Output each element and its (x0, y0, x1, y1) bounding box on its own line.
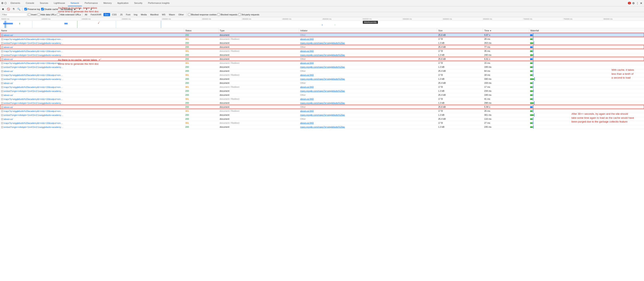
close-icon[interactable]: ✕ (640, 2, 642, 5)
cell-initiator[interactable]: maps.google.com/maps?q=wigglebutts%20ac (299, 77, 437, 81)
filter-icon-btn[interactable]: ⚗ (12, 8, 16, 11)
table-row[interactable]: □about-us/200documentOther25.4 kB159 ms (0, 81, 644, 85)
table-row[interactable]: □about-us/200documentOther25.4 kB116 ms (0, 117, 644, 121)
settings-icon[interactable]: ⚙ (632, 2, 635, 5)
error-badge[interactable]: 1 (628, 2, 631, 5)
initiator-link[interactable]: maps.google.com/maps?q=wigglebutts%20ac (300, 42, 345, 44)
hide-data-urls-label[interactable]: Hide data URLs (38, 13, 56, 16)
cell-initiator[interactable]: about-us/:843 (299, 121, 437, 125)
table-row[interactable]: □maps?q=wigglebutts%20academy&t=m&z=10&o… (0, 121, 644, 125)
table-row[interactable]: □embed?origin=mfe&pb=!1m4!2m1!1swigglebu… (0, 125, 644, 129)
cell-initiator[interactable]: maps.google.com/maps?q=wigglebutts%20ac (299, 53, 437, 57)
cell-initiator[interactable]: maps.google.com/maps?q=wigglebutts%20ac (299, 65, 437, 69)
initiator-link[interactable]: maps.google.com/maps?q=wigglebutts%20ac (300, 126, 345, 128)
invert-label[interactable]: Invert (28, 13, 37, 16)
cell-initiator[interactable]: maps.google.com/maps?q=wigglebutts%20ac (299, 41, 437, 45)
table-row[interactable]: □about-us/200documentOther25.6 kB5.94 s (0, 105, 644, 109)
clear-button[interactable]: 🚫 (6, 8, 10, 11)
invert-checkbox[interactable] (28, 13, 30, 16)
hide-ext-urls-checkbox[interactable] (57, 13, 60, 16)
cell-initiator[interactable]: about-us/:843 (299, 49, 437, 53)
initiator-link[interactable]: maps.google.com/maps?q=wigglebutts%20ac (300, 78, 345, 80)
throttling-select[interactable]: No throttling (59, 8, 76, 11)
initiator-link[interactable]: maps.google.com/maps?q=wigglebutts%20ac (300, 66, 345, 68)
table-row[interactable]: □about-us/200documentOther25.4 kB64 ms (0, 69, 644, 73)
table-row[interactable]: □about-us/200documentOther25.6 kB6.61 s (0, 57, 644, 61)
table-row[interactable]: □maps?q=wigglebutts%20academy&t=m&z=10&o… (0, 37, 644, 41)
table-row[interactable]: □about-us/200documentOther25.4 kB199 ms (0, 93, 644, 97)
filter-btn-other[interactable]: Other (177, 13, 185, 16)
import-button[interactable]: ⬆ (85, 8, 88, 11)
cell-initiator[interactable]: about-us/:843 (299, 97, 437, 101)
initiator-link[interactable]: about-us/:843 (300, 38, 314, 40)
table-row[interactable]: □about-us/200documentOther25.4 kB77 ms (0, 45, 644, 49)
initiator-link[interactable]: about-us/:843 (300, 110, 314, 112)
hide-data-urls-checkbox[interactable] (38, 13, 40, 16)
disable-cache-checkbox[interactable] (41, 8, 44, 11)
table-row[interactable]: □about-us/200documentOther25.6 kB9.87 s (0, 33, 644, 37)
tab-performance[interactable]: Performance (82, 0, 101, 6)
cell-initiator[interactable]: about-us/:844 (299, 61, 437, 65)
table-row[interactable]: □maps?q=wigglebutts%20academy&t=m&z=10&o… (0, 61, 644, 65)
blocked-requests-checkbox[interactable] (217, 13, 220, 16)
filter-btn-wasm[interactable]: Wasm (168, 13, 176, 16)
cell-initiator[interactable]: about-us/:843 (299, 73, 437, 77)
table-row[interactable]: □maps?q=wigglebutts%20academy&t=m&z=10&o… (0, 109, 644, 113)
tab-security[interactable]: Security (131, 0, 145, 6)
table-row[interactable]: □maps?q=wigglebutts%20academy&t=m&z=10&o… (0, 49, 644, 53)
initiator-link[interactable]: maps.google.com/maps?q=wigglebutts%20ac (300, 102, 345, 104)
cell-initiator[interactable]: maps.google.com/maps?q=wigglebutts%20ac (299, 89, 437, 93)
table-row[interactable]: □embed?origin=mfe&pb=!1m4!2m1!1swigglebu… (0, 113, 644, 117)
tab-performance-insights[interactable]: Performance insights (145, 0, 172, 6)
filter-btn-all[interactable]: All (84, 13, 89, 16)
table-row[interactable]: □embed?origin=mfe&pb=!1m4!2m1!1swigglebu… (0, 53, 644, 57)
search-button[interactable]: 🔍 (16, 8, 21, 11)
tab-console[interactable]: Console (23, 0, 37, 6)
cell-initiator[interactable]: maps.google.com/maps?q=wigglebutts%20ac (299, 113, 437, 117)
col-header-size[interactable]: Size (437, 28, 483, 33)
initiator-link[interactable]: maps.google.com/maps?q=wigglebutts%20ac (300, 114, 345, 116)
table-row[interactable]: □maps?q=wigglebutts%20academy&t=m&z=10&o… (0, 85, 644, 89)
tab-memory[interactable]: Memory (101, 0, 115, 6)
col-header-initiator[interactable]: Initiator (299, 28, 437, 33)
blocked-cookies-checkbox[interactable] (188, 13, 190, 16)
blocked-requests-label[interactable]: Blocked requests (217, 13, 237, 16)
filter-btn-media[interactable]: Media (140, 13, 148, 16)
table-row[interactable]: □maps?q=wigglebutts%20academy&t=m&z=10&o… (0, 97, 644, 101)
network-table-wrapper[interactable]: Name Status Type Initiator Size Time ▼ W… (0, 28, 644, 271)
initiator-link[interactable]: about-us/:844 (300, 62, 314, 64)
tab-elements[interactable]: Elements (8, 0, 23, 6)
col-header-type[interactable]: Type (218, 28, 299, 33)
initiator-link[interactable]: about-us/:843 (300, 122, 314, 124)
initiator-link[interactable]: about-us/:843 (300, 98, 314, 100)
tab-network[interactable]: Network (68, 0, 82, 6)
record-button[interactable]: ⏺ (1, 8, 5, 11)
col-header-time[interactable]: Time ▼ (483, 28, 529, 33)
tab-sources[interactable]: Sources (37, 0, 51, 6)
third-party-checkbox[interactable] (238, 13, 241, 16)
filter-btn-js[interactable]: JS (119, 13, 124, 16)
filter-btn-fetch[interactable]: Fetch/XHR (89, 13, 103, 16)
initiator-link[interactable]: maps.google.com/maps?q=wigglebutts%20ac (300, 54, 345, 56)
table-row[interactable]: □embed?origin=mfe&pb=!1m4!2m1!1swigglebu… (0, 65, 644, 69)
preserve-log-checkbox[interactable] (24, 8, 27, 11)
cell-initiator[interactable]: about-us/:843 (299, 37, 437, 41)
filter-btn-img[interactable]: Img (132, 13, 139, 16)
col-header-status[interactable]: Status (184, 28, 218, 33)
preserve-log-label[interactable]: Preserve log (24, 8, 40, 11)
tab-lighthouse[interactable]: Lighthouse (51, 0, 68, 6)
more-icon[interactable]: ⋮ (636, 2, 639, 5)
table-row[interactable]: □embed?origin=mfe&pb=!1m4!2m1!1swigglebu… (0, 41, 644, 45)
filter-btn-font[interactable]: Font (125, 13, 132, 16)
throttling-dropdown[interactable]: ▼ (78, 8, 82, 11)
cell-initiator[interactable]: maps.google.com/maps?q=wigglebutts%20ac (299, 101, 437, 105)
initiator-link[interactable]: maps.google.com/maps?q=wigglebutts%20ac (300, 90, 345, 92)
table-row[interactable]: □embed?origin=mfe&pb=!1m4!2m1!1swigglebu… (0, 89, 644, 93)
initiator-link[interactable]: about-us/:843 (300, 50, 314, 52)
cell-initiator[interactable]: maps.google.com/maps?q=wigglebutts%20ac (299, 125, 437, 129)
initiator-link[interactable]: about-us/:843 (300, 74, 314, 76)
cell-initiator[interactable]: about-us/:843 (299, 109, 437, 113)
filter-btn-ws[interactable]: WS (160, 13, 167, 16)
table-row[interactable]: □embed?origin=mfe&pb=!1m4!2m1!1swigglebu… (0, 77, 644, 81)
filter-btn-manifest[interactable]: Manifest (149, 13, 160, 16)
